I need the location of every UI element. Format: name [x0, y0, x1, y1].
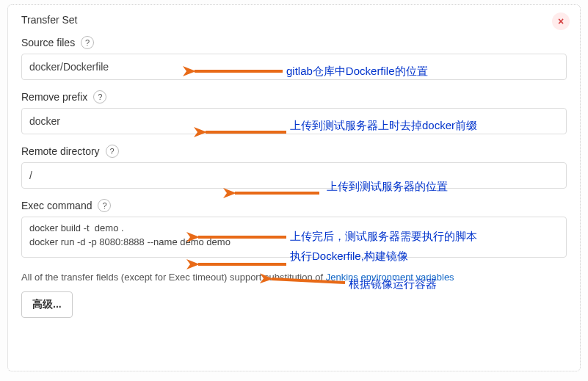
- field-exec-command: Exec command ?: [21, 199, 567, 260]
- help-icon[interactable]: ?: [93, 90, 106, 104]
- exec-command-input[interactable]: [21, 217, 567, 258]
- help-icon[interactable]: ?: [106, 145, 119, 158]
- help-icon[interactable]: ?: [98, 199, 111, 212]
- remove-prefix-input[interactable]: [21, 108, 567, 134]
- exec-command-label: Exec command: [21, 200, 92, 211]
- source-files-input[interactable]: [21, 54, 567, 80]
- panel-title: Transfer Set: [21, 14, 567, 26]
- close-icon: ×: [558, 15, 564, 27]
- footnote-text: All of the transfer fields (except for E…: [21, 272, 326, 283]
- source-files-label: Source files: [21, 37, 75, 48]
- footnote-link[interactable]: Jenkins environment variables: [326, 272, 454, 283]
- remote-directory-label: Remote directory: [21, 145, 100, 157]
- remote-directory-input[interactable]: [21, 162, 567, 189]
- field-remove-prefix: Remove prefix ?: [21, 90, 567, 134]
- close-button[interactable]: ×: [552, 12, 570, 30]
- footnote: All of the transfer fields (except for E…: [21, 272, 567, 283]
- field-remote-directory: Remote directory ?: [21, 145, 567, 189]
- help-icon[interactable]: ?: [81, 36, 94, 49]
- field-source-files: Source files ?: [21, 36, 567, 80]
- transfer-set-panel: × Transfer Set Source files ? Remove pre…: [7, 4, 581, 371]
- remove-prefix-label: Remove prefix: [21, 91, 87, 103]
- advanced-button[interactable]: 高级...: [21, 291, 73, 318]
